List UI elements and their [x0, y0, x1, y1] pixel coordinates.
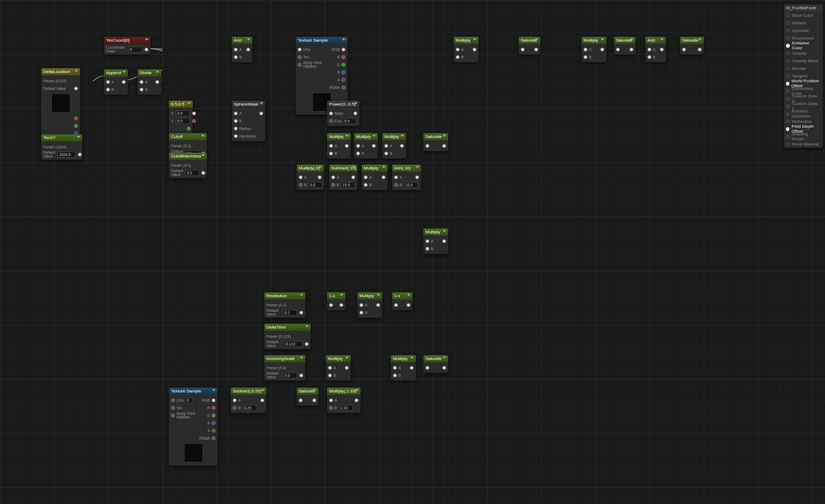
pin-a[interactable]	[584, 48, 587, 51]
result-pin-metallic[interactable]: Metallic	[784, 19, 823, 27]
node-multiply-e[interactable]: Multiply AB	[357, 292, 382, 318]
pin-b[interactable]	[234, 119, 238, 123]
pin-mip[interactable]	[171, 414, 175, 417]
node-append[interactable]: Append A B	[104, 69, 128, 95]
default-value-input[interactable]	[57, 152, 76, 158]
pin-r[interactable]	[342, 55, 345, 59]
collapse-icon[interactable]	[443, 135, 446, 137]
pin-b[interactable]	[233, 406, 237, 410]
output-pin[interactable]	[201, 171, 205, 175]
pin-b[interactable]	[106, 88, 110, 91]
node-add-top[interactable]: Add AB	[645, 37, 666, 62]
pin-g[interactable]	[74, 124, 78, 128]
pin-in[interactable]	[394, 303, 398, 307]
pin-b[interactable]	[342, 70, 345, 74]
output-pin[interactable]	[382, 175, 385, 179]
b-input[interactable]	[404, 182, 418, 188]
b-input[interactable]	[341, 182, 355, 188]
y-input[interactable]	[176, 118, 190, 124]
node-multiply-d[interactable]: Multiply AB	[362, 165, 388, 190]
pin-base[interactable]	[329, 112, 333, 115]
pin-g[interactable]	[187, 127, 191, 130]
node-deltalocation[interactable]: DeltaLocation Param (0,0,0) Default Valu…	[41, 68, 80, 139]
node-spheremask[interactable]: SphereMask A B Radius Hardness	[232, 101, 265, 141]
exp-input[interactable]	[343, 118, 357, 124]
collapse-icon[interactable]	[660, 38, 664, 41]
pin-in[interactable]	[682, 48, 686, 51]
node-oneminus-1[interactable]: 1-x	[327, 292, 345, 310]
pin-a[interactable]	[456, 48, 460, 51]
output-pin[interactable]	[630, 48, 633, 51]
output-pin[interactable]	[410, 366, 414, 370]
pin-in[interactable]	[425, 366, 429, 370]
pin-uvs[interactable]	[298, 48, 302, 51]
collapse-icon[interactable]	[345, 135, 349, 137]
output-pin[interactable]	[355, 398, 358, 402]
pin-a[interactable]	[342, 78, 345, 82]
pin-b[interactable]	[329, 152, 333, 155]
output-pin[interactable]	[407, 303, 410, 307]
pin-b[interactable]	[384, 152, 388, 155]
collapse-icon[interactable]	[122, 71, 126, 73]
output-pin[interactable]	[192, 112, 196, 115]
pin-a[interactable]	[329, 398, 333, 402]
pin-tex[interactable]	[298, 55, 302, 59]
output-pin[interactable]	[473, 48, 476, 51]
pin-a[interactable]	[328, 366, 332, 370]
node-add-10[interactable]: Add(,10) AB	[392, 165, 421, 190]
coord-index-input[interactable]	[128, 47, 142, 53]
node-multiply-top2[interactable]: Multiply AB	[581, 37, 606, 62]
pin-uvs[interactable]	[171, 398, 175, 402]
pin-b[interactable]	[394, 183, 398, 187]
output-pin[interactable]	[442, 144, 446, 148]
dv-input[interactable]	[185, 170, 199, 176]
dv-input[interactable]	[283, 372, 297, 378]
node-multiply-f[interactable]: Multiply AB	[326, 355, 351, 381]
collapse-icon[interactable]	[247, 38, 250, 41]
pin-a[interactable]	[140, 80, 143, 84]
collapse-icon[interactable]	[443, 357, 446, 359]
result-pin-ambient-occlusion[interactable]: Ambient Occlusion	[784, 110, 823, 117]
pin-a[interactable]	[384, 144, 388, 148]
output-pin[interactable]	[351, 175, 355, 179]
collapse-icon[interactable]	[305, 325, 309, 328]
output-pin[interactable]	[122, 80, 126, 84]
output-pin[interactable]	[442, 366, 446, 370]
collapse-icon[interactable]	[407, 294, 410, 296]
pin-r[interactable]	[212, 406, 215, 410]
output-pin[interactable]	[353, 112, 357, 115]
pin-exp[interactable]	[329, 119, 333, 123]
pin-b[interactable]	[364, 183, 368, 187]
pin-r[interactable]	[74, 116, 78, 120]
result-pin-opacity[interactable]: Opacity	[784, 49, 823, 57]
pin-b[interactable]	[140, 88, 143, 91]
result-pin-opacity-mask[interactable]: Opacity Mask	[784, 57, 823, 64]
output-pin[interactable]	[299, 311, 303, 315]
collapse-icon[interactable]	[201, 135, 205, 137]
collapse-icon[interactable]	[601, 38, 604, 41]
output-pin[interactable]	[299, 374, 303, 377]
b-input[interactable]	[339, 405, 353, 411]
collapse-icon[interactable]	[401, 135, 404, 137]
node-saturate-bot[interactable]: Saturate	[423, 355, 448, 373]
pin-rgb[interactable]	[342, 48, 345, 51]
node-multiply-a[interactable]: Multiply AB	[327, 133, 351, 159]
output-pin[interactable]	[660, 48, 664, 51]
output-pin[interactable]	[442, 239, 446, 243]
output-pin[interactable]	[145, 48, 148, 51]
collapse-icon[interactable]	[300, 294, 303, 296]
collapse-icon[interactable]	[354, 102, 357, 104]
output-pin[interactable]	[339, 303, 343, 307]
collapse-icon[interactable]	[416, 166, 419, 168]
collapse-icon[interactable]	[698, 38, 702, 41]
output-pin[interactable]	[74, 87, 78, 90]
collapse-icon[interactable]	[340, 294, 343, 296]
pin-a[interactable]	[233, 398, 237, 402]
pin-b[interactable]	[212, 421, 215, 425]
pin-b[interactable]	[425, 247, 429, 251]
collapse-icon[interactable]	[318, 166, 322, 168]
result-pin-front-material[interactable]: Front Material	[784, 140, 823, 148]
pin-b[interactable]	[456, 55, 460, 59]
collapse-icon[interactable]	[382, 166, 385, 168]
pin-b[interactable]	[356, 152, 360, 155]
